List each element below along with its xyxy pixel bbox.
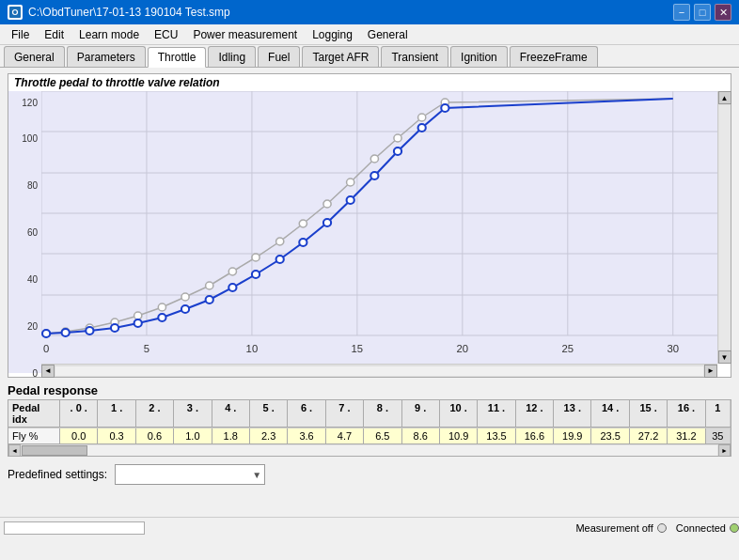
maximize-button[interactable]: □ [694, 4, 711, 21]
scroll-right-button[interactable]: ► [704, 365, 717, 378]
tab-throttle[interactable]: Throttle [148, 47, 207, 68]
title-bar-controls: − □ ✕ [673, 4, 731, 21]
minimize-button[interactable]: − [673, 4, 690, 21]
fly-13[interactable]: 19.9 [554, 428, 591, 443]
blue-dot [181, 305, 189, 313]
y-label-80: 80 [27, 179, 38, 190]
gray-dot [181, 293, 189, 301]
connected-indicator [730, 523, 739, 533]
menu-edit[interactable]: Edit [37, 25, 71, 44]
gray-dot [158, 303, 165, 311]
pedal-idx-cells: . 0 . 1 . 2 . 3 . 4 . 5 . 6 . 7 . 8 . 9 … [60, 400, 731, 427]
tab-bar: General Parameters Throttle Idling Fuel … [0, 45, 739, 68]
y-label-100: 100 [22, 133, 38, 144]
measurement-status: Measurement off [575, 522, 666, 534]
blue-dot [441, 104, 448, 112]
fly-pct-label: Fly % [8, 428, 60, 443]
gray-curve [46, 99, 673, 334]
gray-dot [323, 200, 331, 208]
fly-2[interactable]: 0.6 [136, 428, 174, 443]
table-scroll-track[interactable] [22, 445, 717, 456]
idx-14: 14 . [591, 400, 629, 427]
fly-12[interactable]: 16.6 [516, 428, 554, 443]
menu-ecu[interactable]: ECU [147, 25, 185, 44]
status-bar: Measurement off Connected [0, 517, 739, 537]
idx-9: 9 . [402, 400, 440, 427]
table-scroll-right[interactable]: ► [718, 444, 731, 457]
idx-2: 2 . [136, 400, 174, 427]
scroll-down-button[interactable]: ▼ [718, 350, 731, 364]
menu-learn-mode[interactable]: Learn mode [71, 25, 147, 44]
blue-dot [252, 271, 259, 278]
fly-11[interactable]: 13.5 [478, 428, 515, 443]
idx-1: 1 . [98, 400, 135, 427]
pedal-table: Pedal idx . 0 . 1 . 2 . 3 . 4 . 5 . 6 . … [8, 399, 731, 457]
tab-freezeframe[interactable]: FreezeFrame [510, 46, 598, 67]
app-icon: O [8, 5, 23, 20]
x-label-30: 30 [667, 343, 679, 354]
menu-power-measurement[interactable]: Power measurement [185, 25, 305, 44]
fly-16[interactable]: 31.2 [668, 428, 705, 443]
main-content: Throttle pedal to throttle valve relatio… [0, 68, 739, 537]
idx-7: 7 . [326, 400, 364, 427]
fly-9[interactable]: 8.6 [402, 428, 440, 443]
idx-end: 1 [706, 400, 731, 427]
tab-ignition[interactable]: Ignition [450, 46, 508, 67]
menu-logging[interactable]: Logging [305, 25, 360, 44]
blue-dot [394, 148, 401, 155]
idx-16: 16 . [668, 400, 705, 427]
blue-dot [86, 327, 93, 334]
blue-dot [134, 319, 142, 327]
fly-8[interactable]: 6.5 [364, 428, 401, 443]
menu-bar: File Edit Learn mode ECU Power measureme… [0, 24, 739, 45]
idx-11: 11 . [478, 400, 515, 427]
fly-15[interactable]: 27.2 [630, 428, 668, 443]
predefined-label: Predefined settings: [8, 468, 107, 481]
status-progress-bar [4, 521, 145, 535]
tab-target-afr[interactable]: Target AFR [302, 46, 379, 67]
gray-dot [134, 312, 142, 319]
close-button[interactable]: ✕ [715, 4, 731, 21]
table-scroll-thumb[interactable] [22, 445, 87, 456]
chart-y-axis: 0 20 40 60 80 100 120 [8, 91, 41, 373]
tab-idling[interactable]: Idling [208, 46, 256, 67]
gray-dot [228, 268, 236, 275]
fly-end[interactable]: 35 [706, 428, 731, 443]
predefined-select[interactable] [115, 464, 265, 485]
gray-dot [418, 114, 426, 121]
blue-dot [62, 329, 70, 336]
table-scroll-left[interactable]: ◄ [8, 444, 21, 457]
blue-dot [347, 196, 354, 204]
tab-transient[interactable]: Transient [381, 46, 448, 67]
scroll-track-vertical[interactable] [719, 105, 731, 350]
svg-text:O: O [11, 8, 18, 17]
fly-10[interactable]: 10.9 [440, 428, 478, 443]
fly-1[interactable]: 0.3 [98, 428, 135, 443]
fly-4[interactable]: 1.8 [212, 428, 250, 443]
fly-3[interactable]: 1.0 [174, 428, 212, 443]
idx-4: 4 . [212, 400, 250, 427]
idx-10: 10 . [440, 400, 478, 427]
predefined-row: Predefined settings: ▼ [8, 464, 731, 485]
menu-file[interactable]: File [4, 25, 37, 44]
fly-0[interactable]: 0.0 [60, 428, 98, 443]
fly-14[interactable]: 23.5 [591, 428, 629, 443]
y-label-40: 40 [27, 274, 38, 285]
tab-fuel[interactable]: Fuel [258, 46, 300, 67]
measurement-label: Measurement off [575, 522, 653, 534]
fly-pct-row: Fly % 0.0 0.3 0.6 1.0 1.8 2.3 3.6 4.7 6.… [8, 428, 731, 443]
x-label-20: 20 [457, 343, 469, 354]
scroll-left-button[interactable]: ◄ [41, 365, 55, 378]
fly-7[interactable]: 4.7 [326, 428, 364, 443]
fly-5[interactable]: 2.3 [250, 428, 288, 443]
blue-dot [158, 314, 165, 321]
fly-6[interactable]: 3.6 [288, 428, 325, 443]
scroll-track-horizontal[interactable] [55, 366, 703, 376]
chart-section: Throttle pedal to throttle valve relatio… [8, 73, 731, 378]
chart-svg: 0 5 10 15 20 25 30 [41, 91, 717, 364]
tab-general[interactable]: General [4, 46, 65, 67]
scroll-up-button[interactable]: ▲ [718, 91, 731, 104]
menu-general[interactable]: General [360, 25, 416, 44]
x-label-25: 25 [562, 343, 574, 354]
tab-parameters[interactable]: Parameters [67, 46, 146, 67]
